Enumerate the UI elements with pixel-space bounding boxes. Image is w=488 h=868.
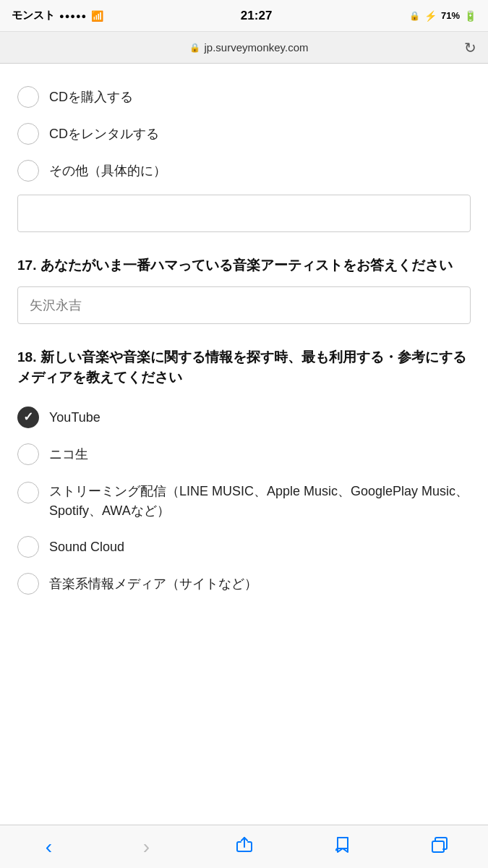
radio-niconico[interactable] xyxy=(17,443,39,465)
radio-soundcloud[interactable] xyxy=(17,536,39,558)
address-url-text: jp.surveymonkey.com xyxy=(205,41,309,54)
option-label-music-media: 音楽系情報メディア（サイトなど） xyxy=(49,572,257,594)
address-lock-icon: 🔒 xyxy=(189,43,200,53)
address-url-container[interactable]: 🔒 jp.surveymonkey.com xyxy=(33,41,464,54)
answer-17-input[interactable]: 矢沢永吉 xyxy=(17,286,471,324)
option-label-other: その他（具体的に） xyxy=(49,159,166,181)
option-row-3[interactable]: その他（具体的に） xyxy=(17,152,471,189)
share-icon xyxy=(236,836,253,858)
option-label-cd-rent: CDをレンタルする xyxy=(49,122,159,144)
share-button[interactable] xyxy=(228,831,260,863)
back-button[interactable]: ‹ xyxy=(33,831,65,863)
top-options-list: CDを購入する CDをレンタルする その他（具体的に） xyxy=(17,78,471,189)
checkbox-youtube[interactable]: ✓ xyxy=(17,407,39,428)
option-label-youtube: YouTube xyxy=(49,406,100,427)
radio-cd-rent[interactable] xyxy=(17,123,39,145)
page-content: CDを購入する CDをレンタルする その他（具体的に） 17. あなたがいま一番… xyxy=(0,64,488,674)
question-18-number: 18. xyxy=(17,349,36,365)
forward-button[interactable]: › xyxy=(131,831,163,863)
back-icon: ‹ xyxy=(46,835,52,859)
option-label-soundcloud: Sound Cloud xyxy=(49,535,124,557)
refresh-button[interactable]: ↻ xyxy=(464,39,476,56)
option-row-soundcloud[interactable]: Sound Cloud xyxy=(17,528,471,565)
question-17-text: 17. あなたがいま一番ハマっている音楽アーティストをお答えください xyxy=(17,255,471,276)
wifi-icon: 📶 xyxy=(91,10,103,22)
bluetooth-icon: ⚡ xyxy=(424,10,437,22)
option-row-music-media[interactable]: 音楽系情報メディア（サイトなど） xyxy=(17,565,471,602)
radio-streaming[interactable] xyxy=(17,482,39,503)
forward-icon: › xyxy=(143,835,150,859)
bookmarks-button[interactable] xyxy=(326,831,358,863)
status-time: 21:27 xyxy=(241,9,272,23)
address-bar[interactable]: 🔒 jp.surveymonkey.com ↻ xyxy=(0,32,488,64)
carrier-label: モンスト xyxy=(12,9,55,22)
status-left: モンスト ●●●●● 📶 xyxy=(12,9,103,22)
option-label-streaming: ストリーミング配信（LINE MUSIC、Apple Music、GoogleP… xyxy=(49,480,471,521)
option-label-niconico: ニコ生 xyxy=(49,443,88,464)
option-row-2[interactable]: CDをレンタルする xyxy=(17,115,471,152)
q18-options-list: ✓ YouTube ニコ生 ストリーミング配信（LINE MUSIC、Apple… xyxy=(17,399,471,602)
checkmark-icon: ✓ xyxy=(23,411,33,423)
radio-other[interactable] xyxy=(17,160,39,182)
question-17-body: あなたがいま一番ハマっている音楽アーティストをお答えください xyxy=(36,258,452,273)
tabs-icon xyxy=(431,836,448,858)
option-row-youtube[interactable]: ✓ YouTube xyxy=(17,399,471,435)
svg-rect-1 xyxy=(432,841,444,852)
lock-icon: 🔒 xyxy=(409,11,420,21)
tabs-button[interactable] xyxy=(424,831,455,863)
question-18-body: 新しい音楽や音楽に関する情報を探す時、最も利用する・参考にするメディアを教えてく… xyxy=(17,349,466,386)
signal-dots: ●●●●● xyxy=(59,12,87,20)
option-row-1[interactable]: CDを購入する xyxy=(17,78,471,115)
bookmarks-icon xyxy=(333,836,351,858)
battery-label: 71% xyxy=(441,10,460,21)
question-17-number: 17. xyxy=(17,258,36,273)
option-row-niconico[interactable]: ニコ生 xyxy=(17,435,471,472)
battery-icon: 🔋 xyxy=(464,10,476,22)
other-text-input[interactable] xyxy=(17,195,471,232)
status-bar: モンスト ●●●●● 📶 21:27 🔒 ⚡ 71% 🔋 xyxy=(0,0,488,32)
radio-cd-buy[interactable] xyxy=(17,86,39,108)
question-18-text: 18. 新しい音楽や音楽に関する情報を探す時、最も利用する・参考にするメディアを… xyxy=(17,347,471,388)
status-right: 🔒 ⚡ 71% 🔋 xyxy=(409,10,476,22)
bottom-nav: ‹ › xyxy=(0,825,488,868)
option-row-streaming[interactable]: ストリーミング配信（LINE MUSIC、Apple Music、GoogleP… xyxy=(17,472,471,528)
option-label-cd-buy: CDを購入する xyxy=(49,85,133,107)
answer-17-value: 矢沢永吉 xyxy=(30,297,82,314)
radio-music-media[interactable] xyxy=(17,573,39,595)
